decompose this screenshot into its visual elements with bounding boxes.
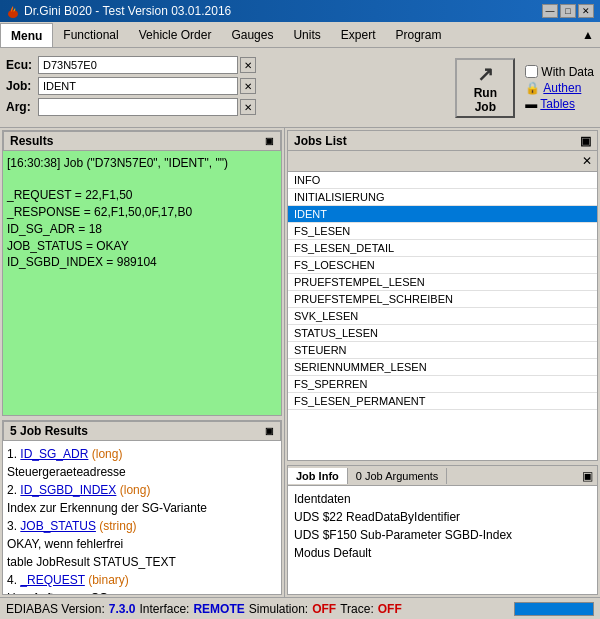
status-progress-bar [514, 602, 594, 616]
interface-value: REMOTE [193, 602, 244, 616]
job-result-2: 2. ID_SGBD_INDEX (long) Index zur Erkenn… [7, 481, 277, 517]
tables-label[interactable]: Tables [540, 97, 575, 111]
job-item-pruefstempel-lesen[interactable]: PRUEFSTEMPEL_LESEN [288, 274, 597, 291]
ecu-label: Ecu: [6, 58, 38, 72]
left-panel: Results ▣ [16:30:38] Job ("D73N57E0", "I… [0, 128, 285, 597]
job-result-3: 3. JOB_STATUS (string) OKAY, wenn fehler… [7, 517, 277, 571]
job-info-content: Identdaten UDS $22 ReadDataByIdentifier … [288, 486, 597, 594]
jobs-list-content[interactable]: INFO INITIALISIERUNG IDENT FS_LESEN FS_L… [288, 172, 597, 460]
results-header: Results ▣ [3, 131, 281, 151]
job-clear-button[interactable]: ✕ [240, 78, 256, 94]
svg-point-0 [8, 10, 18, 18]
jobs-search-bar: ✕ [288, 151, 597, 172]
job-item-fs-lesen[interactable]: FS_LESEN [288, 223, 597, 240]
maximize-button[interactable]: □ [560, 4, 576, 18]
job-results-title: 5 Job Results [10, 424, 88, 438]
job-result-1: 1. ID_SG_ADR (long) Steuergeraeteadresse [7, 445, 277, 481]
jobs-list-title: Jobs List [294, 134, 347, 148]
job-result-4: 4. _REQUEST (binary) Hex-Auftrag an SG [7, 571, 277, 594]
job-item-fs-lesen-permanent[interactable]: FS_LESEN_PERMANENT [288, 393, 597, 410]
job-item-svk-lesen[interactable]: SVK_LESEN [288, 308, 597, 325]
menu-item-expert[interactable]: Expert [331, 22, 386, 47]
close-button[interactable]: ✕ [578, 4, 594, 18]
window-controls: — □ ✕ [542, 4, 594, 18]
menu-item-vehicle-order[interactable]: Vehicle Order [129, 22, 222, 47]
job-info-panel-icon[interactable]: ▣ [578, 467, 597, 485]
minimize-button[interactable]: — [542, 4, 558, 18]
run-job-button[interactable]: ↗ Run Job [455, 58, 515, 118]
jobs-list-panel-icon[interactable]: ▣ [580, 134, 591, 148]
job-input[interactable] [38, 77, 238, 95]
run-arrow-icon: ↗ [477, 62, 494, 86]
job-item-ident[interactable]: IDENT [288, 206, 597, 223]
job-results-panel: 5 Job Results ▣ 1. ID_SG_ADR (long) Steu… [2, 420, 282, 595]
job-item-fs-lesen-detail[interactable]: FS_LESEN_DETAIL [288, 240, 597, 257]
job-item-steuern[interactable]: STEUERN [288, 342, 597, 359]
job-info-line-2: UDS $22 ReadDataByIdentifier [294, 508, 591, 526]
job-item-seriennummer-lesen[interactable]: SERIENNUMMER_LESEN [288, 359, 597, 376]
menu-bar: Menu Functional Vehicle Order Gauges Uni… [0, 22, 600, 48]
results-line-4: ID_SG_ADR = 18 [7, 221, 277, 238]
arg-input[interactable] [38, 98, 238, 116]
menu-item-gauges[interactable]: Gauges [221, 22, 283, 47]
results-panel: Results ▣ [16:30:38] Job ("D73N57E0", "I… [2, 130, 282, 416]
jobs-search-clear[interactable]: ✕ [579, 153, 595, 169]
arg-clear-button[interactable]: ✕ [240, 99, 256, 115]
job-item-fs-sperren[interactable]: FS_SPERREN [288, 376, 597, 393]
job-item-fs-loeschen[interactable]: FS_LOESCHEN [288, 257, 597, 274]
ecu-clear-button[interactable]: ✕ [240, 57, 256, 73]
results-line-1: [16:30:38] Job ("D73N57E0", "IDENT", "") [7, 155, 277, 172]
lock-icon: 🔒 [525, 81, 540, 95]
menu-item-units[interactable]: Units [283, 22, 330, 47]
status-bar: EDIABAS Version: 7.3.0 Interface: REMOTE… [0, 597, 600, 619]
jobs-list-panel: Jobs List ▣ ✕ INFO INITIALISIERUNG IDENT… [287, 130, 598, 461]
job-info-line-3: UDS $F150 Sub-Parameter SGBD-Index [294, 526, 591, 544]
trace-label: Trace: [340, 602, 374, 616]
job-item-initialisierung[interactable]: INITIALISIERUNG [288, 189, 597, 206]
menu-item-program[interactable]: Program [385, 22, 451, 47]
results-title: Results [10, 134, 53, 148]
jobs-list-header: Jobs List ▣ [288, 131, 597, 151]
trace-value: OFF [378, 602, 402, 616]
title-text: Dr.Gini B020 - Test Version 03.01.2016 [24, 4, 231, 18]
job-results-content: 1. ID_SG_ADR (long) Steuergeraeteadresse… [3, 441, 281, 594]
results-line-2: _REQUEST = 22,F1,50 [7, 187, 277, 204]
menu-item-menu[interactable]: Menu [0, 23, 53, 47]
job-label: Job: [6, 79, 38, 93]
job-info-header: Job Info 0 Job Arguments ▣ [288, 466, 597, 486]
job-info-panel: Job Info 0 Job Arguments ▣ Identdaten UD… [287, 465, 598, 595]
results-line-6: ID_SGBD_INDEX = 989104 [7, 254, 277, 271]
results-line-5: JOB_STATUS = OKAY [7, 238, 277, 255]
simulation-label: Simulation: [249, 602, 308, 616]
results-content: [16:30:38] Job ("D73N57E0", "IDENT", "")… [3, 151, 281, 415]
app-icon [6, 4, 20, 18]
job-results-header: 5 Job Results ▣ [3, 421, 281, 441]
job-item-pruefstempel-schreiben[interactable]: PRUEFSTEMPEL_SCHREIBEN [288, 291, 597, 308]
main-area: Results ▣ [16:30:38] Job ("D73N57E0", "I… [0, 128, 600, 597]
job-info-line-1: Identdaten [294, 490, 591, 508]
job-info-line-4: Modus Default [294, 544, 591, 562]
job-arguments-tab[interactable]: 0 Job Arguments [348, 468, 448, 484]
toolbar-options: With Data 🔒 Authen ▬ Tables [519, 65, 594, 111]
authen-label[interactable]: Authen [543, 81, 581, 95]
table-icon: ▬ [525, 97, 537, 111]
toolbar: Ecu: ✕ Job: ✕ Arg: ✕ ↗ Run Job With Data… [0, 48, 600, 128]
job-item-info[interactable]: INFO [288, 172, 597, 189]
right-panel: Jobs List ▣ ✕ INFO INITIALISIERUNG IDENT… [285, 128, 600, 597]
job-item-status-lesen[interactable]: STATUS_LESEN [288, 325, 597, 342]
job-info-tab[interactable]: Job Info [288, 468, 348, 484]
ediabas-label: EDIABAS Version: [6, 602, 105, 616]
arg-label: Arg: [6, 100, 38, 114]
interface-label: Interface: [139, 602, 189, 616]
results-panel-icon[interactable]: ▣ [265, 136, 274, 146]
results-line-3: _RESPONSE = 62,F1,50,0F,17,B0 [7, 204, 277, 221]
run-job-label: Run Job [467, 86, 503, 114]
simulation-value: OFF [312, 602, 336, 616]
collapse-icon[interactable]: ▲ [582, 22, 600, 47]
menu-item-functional[interactable]: Functional [53, 22, 128, 47]
with-data-checkbox[interactable] [525, 65, 538, 78]
ecu-input[interactable] [38, 56, 238, 74]
job-results-panel-icon[interactable]: ▣ [265, 426, 274, 436]
with-data-label: With Data [541, 65, 594, 79]
title-bar: Dr.Gini B020 - Test Version 03.01.2016 —… [0, 0, 600, 22]
